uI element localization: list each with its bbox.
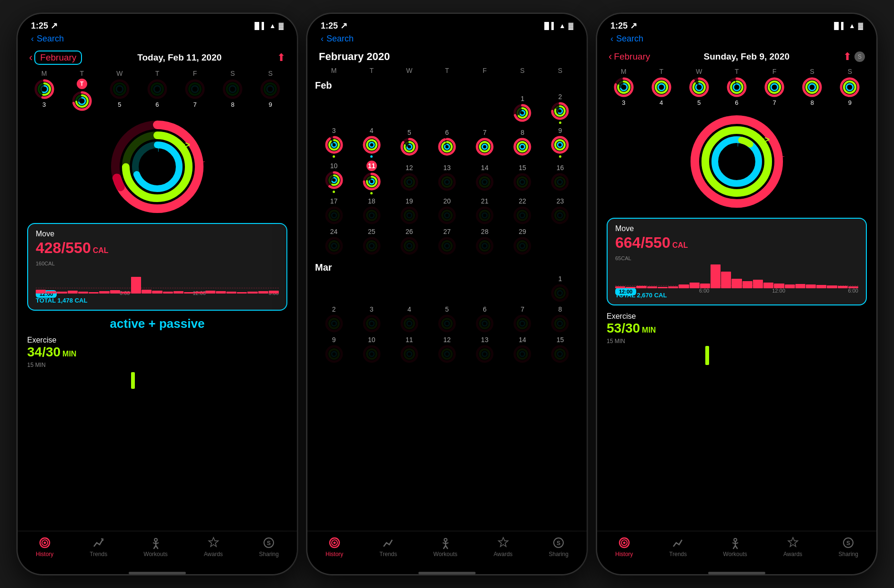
back-button-3[interactable]: ‹ February [609, 51, 650, 63]
cal-day-17[interactable]: 17 [315, 197, 353, 225]
cal-day-6[interactable]: 6 [428, 129, 466, 156]
cal-day-8[interactable]: 8 [504, 129, 541, 156]
cal-day-mar4[interactable]: 4 [390, 305, 428, 333]
day-ring-sun-3-active[interactable] [839, 77, 860, 98]
cal-day-mar6[interactable]: 6 [466, 305, 504, 333]
day-ring-thu[interactable] [147, 79, 168, 100]
search-text-2[interactable]: Search [326, 34, 354, 44]
day-ring-sun[interactable] [260, 79, 281, 100]
cal-day-27[interactable]: 27 [428, 228, 466, 255]
cal-day-22[interactable]: 22 [504, 197, 541, 225]
search-text-1[interactable]: Search [37, 34, 64, 44]
svg-point-270 [623, 542, 625, 544]
svg-point-183 [518, 319, 527, 328]
cal-day-1[interactable]: 1 [504, 95, 541, 122]
cal-day-3[interactable]: 3 [315, 127, 353, 158]
cal-day-mar8[interactable]: 8 [541, 305, 579, 333]
cal-day-25[interactable]: 25 [353, 228, 390, 255]
share-button-1[interactable]: ⬆ [277, 51, 285, 64]
back-button-1[interactable]: ‹ February [29, 51, 82, 65]
day-ring-sat[interactable] [222, 79, 243, 100]
cal-day-18[interactable]: 18 [353, 197, 390, 225]
day-ring-thu-3[interactable] [726, 77, 747, 98]
tab-workouts-3[interactable]: Workouts [723, 536, 747, 558]
cal-day-mar10[interactable]: 10 [353, 336, 390, 364]
cal-day-14[interactable]: 14 [466, 164, 504, 192]
tab-workouts-1[interactable]: Workouts [143, 536, 167, 558]
tab-sharing-1[interactable]: S Sharing [259, 536, 279, 558]
cal-day-7[interactable]: 7 [466, 129, 504, 156]
svg-point-112 [407, 180, 412, 184]
trends-icon-2 [382, 536, 395, 549]
cal-day-mar2[interactable]: 2 [315, 305, 353, 333]
cal-day-mar1[interactable]: 1 [541, 275, 579, 303]
search-text-3[interactable]: Search [616, 34, 643, 44]
cal-day-mar14[interactable]: 14 [504, 336, 541, 364]
exercise-chart-1 [18, 369, 297, 391]
tab-history-1[interactable]: History [36, 536, 53, 558]
tab-awards-1[interactable]: Awards [204, 536, 223, 558]
cal-day-mar11[interactable]: 11 [390, 336, 428, 364]
cal-day-16[interactable]: 16 [541, 164, 579, 192]
day-ring-fri[interactable] [184, 79, 205, 100]
search-back-icon-1[interactable]: ‹ [31, 34, 34, 44]
tab-history-2[interactable]: History [325, 536, 343, 558]
tab-workouts-2[interactable]: Workouts [433, 536, 457, 558]
cal-day-15[interactable]: 15 [504, 164, 541, 192]
cal-day-24[interactable]: 24 [315, 228, 353, 255]
cal-day-mar5[interactable]: 5 [428, 305, 466, 333]
day-ring-wed-3[interactable] [689, 77, 710, 98]
svg-point-144 [555, 211, 565, 220]
day-ring-wed[interactable] [109, 79, 130, 100]
cal-day-28[interactable]: 28 [466, 228, 504, 255]
tab-sharing-3[interactable]: S Sharing [839, 536, 858, 558]
cal-day-12[interactable]: 12 [390, 164, 428, 192]
cal-days-header-2: M T W T F S S [315, 67, 579, 74]
cal-day-mar15[interactable]: 15 [541, 336, 579, 364]
cal-day-23[interactable]: 23 [541, 197, 579, 225]
day-ring-sat-3[interactable] [802, 77, 823, 98]
tab-history-3[interactable]: History [615, 536, 633, 558]
cal-day-29[interactable]: 29 [504, 228, 541, 255]
share-button-3[interactable]: ⬆ [843, 51, 852, 63]
cal-day-2[interactable]: 2 [541, 93, 579, 124]
status-time-1: 1:25 ↗ [31, 20, 58, 31]
cal-day-mar3[interactable]: 3 [353, 305, 390, 333]
search-back-icon-3[interactable]: ‹ [610, 34, 613, 44]
cal-day-4[interactable]: 4 [353, 127, 390, 158]
cal-day-10[interactable]: 10 [315, 162, 353, 193]
tab-awards-3[interactable]: Awards [783, 536, 803, 558]
day-ring-mon[interactable] [34, 79, 55, 100]
cal-day-mar12[interactable]: 12 [428, 336, 466, 364]
cal-day-mar9[interactable]: 9 [315, 336, 353, 364]
workouts-icon-1 [149, 536, 163, 549]
svg-point-168 [329, 319, 339, 328]
cal-day-19[interactable]: 19 [390, 197, 428, 225]
svg-point-193 [369, 352, 374, 356]
awards-icon-1 [207, 536, 220, 549]
tab-trends-1[interactable]: Trends [90, 536, 107, 558]
cal-day-20[interactable]: 20 [428, 197, 466, 225]
cal-day-9[interactable]: 9 [541, 127, 579, 158]
cal-day-5[interactable]: 5 [390, 129, 428, 156]
cal-day-mar7[interactable]: 7 [504, 305, 541, 333]
svg-point-160 [482, 243, 487, 248]
tab-sharing-2[interactable]: S Sharing [549, 536, 569, 558]
tab-trends-2[interactable]: Trends [379, 536, 397, 558]
exercise-value-1: 34/30 [27, 345, 61, 360]
tab-trends-3[interactable]: Trends [669, 536, 687, 558]
cal-day-mar13[interactable]: 13 [466, 336, 504, 364]
move-chart-3: 12:00 6:00 12:00 6:00 [615, 262, 858, 291]
cal-day-13[interactable]: 13 [428, 164, 466, 192]
day-ring-mon-3[interactable] [613, 77, 634, 98]
search-back-icon-2[interactable]: ‹ [321, 34, 324, 44]
cal-day-26[interactable]: 26 [390, 228, 428, 255]
day-ring-tue-3[interactable] [651, 77, 672, 98]
tab-awards-2[interactable]: Awards [494, 536, 513, 558]
svg-point-184 [520, 321, 525, 326]
min-label-3: 15 MIN [597, 337, 876, 345]
day-ring-fri-3[interactable] [764, 77, 785, 98]
day-ring-tue[interactable] [71, 91, 92, 112]
cal-day-21[interactable]: 21 [466, 197, 504, 225]
cal-day-11-today[interactable]: 11 [353, 161, 390, 194]
